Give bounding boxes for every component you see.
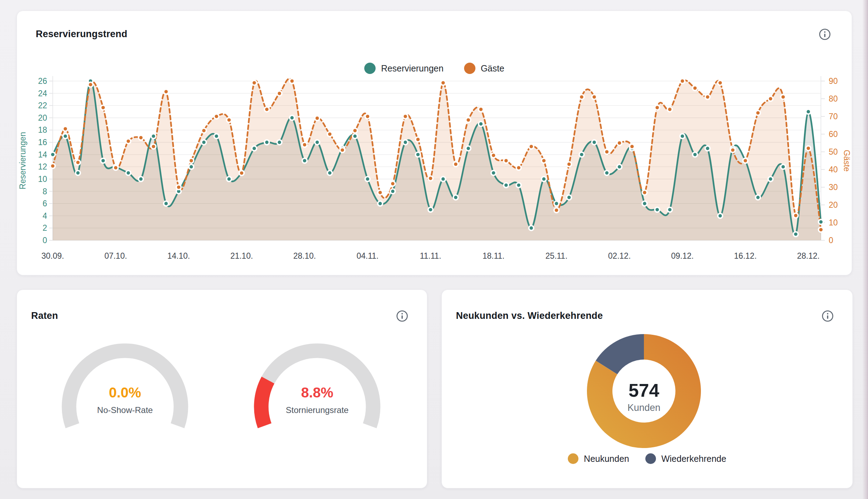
svg-text:02.12.: 02.12. (608, 251, 631, 260)
svg-text:20: 20 (38, 113, 47, 122)
svg-text:28.10.: 28.10. (293, 251, 316, 260)
svg-text:90: 90 (829, 76, 838, 86)
svg-text:80: 80 (829, 94, 838, 103)
svg-text:12: 12 (38, 162, 47, 171)
card-neukunden-wiederkehrende: Neukunden vs. Wiederkehrende 574 Kunden … (441, 289, 853, 488)
legend-dot-wiederkehrende (645, 453, 656, 464)
svg-text:8: 8 (42, 187, 47, 196)
card-reservierungstrend: Reservierungstrend Reservierungen Gäste … (17, 11, 852, 275)
svg-text:25.11.: 25.11. (546, 251, 567, 260)
svg-text:Reservierungen: Reservierungen (18, 132, 27, 189)
svg-text:20: 20 (829, 200, 838, 210)
stornierungsrate-value: 8.8% (253, 385, 381, 401)
svg-text:4: 4 (42, 211, 47, 220)
window-edge-scrollbar-strip (862, 0, 868, 499)
legend-label: Wiederkehrende (661, 454, 726, 464)
svg-text:18: 18 (38, 125, 47, 134)
svg-text:6: 6 (42, 199, 47, 208)
svg-text:18.11.: 18.11. (482, 251, 504, 260)
svg-text:16: 16 (38, 138, 47, 147)
svg-text:16.12.: 16.12. (734, 251, 757, 260)
stornierungsrate-label: Stornierungsrate (253, 405, 381, 415)
svg-text:70: 70 (829, 112, 838, 121)
donut-legend: Neukunden Wiederkehrende (442, 453, 852, 464)
svg-text:28.12.: 28.12. (797, 251, 820, 260)
donut-total-value: 574 (580, 380, 708, 401)
svg-text:50: 50 (829, 147, 838, 156)
legend-item-wiederkehrende[interactable]: Wiederkehrende (645, 453, 726, 464)
svg-text:30: 30 (829, 183, 838, 192)
no-show-rate-label: No-Show-Rate (61, 405, 189, 415)
reservierungstrend-line-chart: 0246810121416182022242601020304050607080… (17, 11, 852, 275)
svg-text:30.09.: 30.09. (41, 251, 64, 260)
svg-text:60: 60 (829, 130, 838, 139)
svg-text:2: 2 (42, 223, 47, 233)
no-show-rate-value: 0.0% (61, 385, 189, 401)
svg-text:21.10.: 21.10. (230, 251, 253, 260)
svg-text:14: 14 (38, 150, 47, 159)
donut-total-unit: Kunden (580, 402, 708, 413)
svg-text:10: 10 (38, 174, 47, 184)
svg-text:24: 24 (38, 89, 47, 98)
legend-dot-neukunden (568, 453, 578, 464)
svg-text:0: 0 (829, 236, 833, 245)
svg-text:14.10.: 14.10. (167, 251, 190, 260)
svg-text:11.11.: 11.11. (420, 251, 441, 260)
legend-item-neukunden[interactable]: Neukunden (568, 453, 629, 464)
svg-text:22: 22 (38, 101, 47, 110)
svg-text:04.11.: 04.11. (356, 251, 378, 260)
svg-text:Gäste: Gäste (842, 150, 851, 171)
svg-text:07.10.: 07.10. (104, 251, 127, 260)
svg-text:40: 40 (829, 165, 838, 174)
svg-text:10: 10 (829, 218, 838, 227)
svg-text:09.12.: 09.12. (671, 251, 694, 260)
svg-text:26: 26 (38, 76, 47, 86)
svg-text:0: 0 (42, 236, 47, 245)
legend-label: Neukunden (584, 454, 629, 464)
card-raten: Raten 0.0% No-Show-Rate 8.8% Stornierung… (17, 289, 427, 488)
